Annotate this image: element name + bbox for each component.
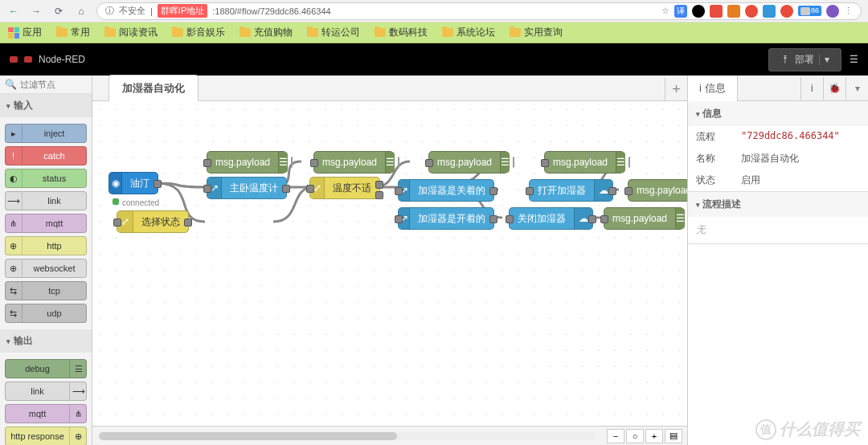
reload-button[interactable]: ⟳ (51, 4, 66, 18)
ext-icon-2[interactable] (710, 5, 723, 18)
deploy-icon: ⭱ (780, 54, 790, 65)
debug-bars-icon: ☰ (616, 152, 625, 173)
search-icon: 🔍 (5, 79, 17, 90)
palette-node-inject[interactable]: ▸inject (5, 124, 87, 143)
palette-node-udp[interactable]: ⇆udp (5, 304, 87, 323)
bookmark-folder-3[interactable]: 充值购物 (240, 26, 293, 39)
palette-node-http-response[interactable]: http response⊕ (5, 427, 87, 445)
bookmark-folder-2[interactable]: 影音娱乐 (172, 26, 225, 39)
home-button[interactable]: ⌂ (74, 4, 88, 18)
browser-toolbar: ← → ⟳ ⌂ ⓘ 不安全 | 群晖IP地址 :1880/#flow/729dd… (0, 0, 868, 22)
node-debug-5[interactable]: msg.payload☰ (628, 179, 687, 202)
node-debug-6[interactable]: msg.payload☰ (604, 207, 684, 230)
flow-tab-active[interactable]: 加湿器自动化 (108, 75, 199, 101)
address-bar[interactable]: ⓘ 不安全 | 群晖IP地址 :1880/#flow/729ddc86.4663… (96, 2, 862, 20)
forward-button[interactable]: → (29, 4, 43, 18)
palette-node-link-in[interactable]: ⟶link (5, 191, 87, 210)
http-icon: ⊕ (5, 237, 23, 255)
watermark: 值 什么值得买 (755, 418, 860, 440)
zoom-in-button[interactable]: + (645, 429, 663, 443)
info-flow-label: 流程 (696, 130, 741, 144)
websocket-icon: ⊕ (5, 259, 23, 277)
sidebar-section-info[interactable]: 信息 (688, 101, 868, 126)
zoom-out-button[interactable]: − (607, 429, 624, 443)
node-debug-2[interactable]: msg.payload☰ (313, 151, 394, 174)
sidebar-dropdown-button[interactable]: ▾ (845, 77, 868, 100)
ext-icon-1[interactable] (692, 5, 705, 18)
debug-bars-icon: ☰ (500, 152, 510, 173)
node-debug-3[interactable]: msg.payload☰ (428, 151, 509, 174)
status-dot (113, 198, 119, 205)
node-svc-off[interactable]: 关闭加湿器☁ (509, 207, 593, 230)
url-host-highlight: 群晖IP地址 (158, 4, 207, 18)
debug-icon: ☰ (69, 360, 87, 378)
status-text: connected (122, 198, 159, 207)
bookmark-folder-0[interactable]: 常用 (56, 26, 90, 39)
view-navigator-button[interactable]: ▤ (665, 429, 682, 443)
bookmark-folder-7[interactable]: 实用查询 (510, 26, 563, 39)
cloud-count-badge[interactable]: 86 (798, 6, 821, 16)
ext-icon-3[interactable] (727, 5, 740, 18)
sidebar-action-info[interactable]: i (800, 77, 823, 100)
debug-bars-icon: ☰ (675, 208, 685, 229)
info-name-value: 加湿器自动化 (741, 152, 860, 165)
ext-icon-4[interactable] (745, 5, 758, 18)
sidebar-desc-content: 无 (688, 217, 868, 243)
ext-icon-6[interactable] (780, 5, 793, 18)
status-icon: ◐ (5, 169, 23, 187)
browser-menu-icon[interactable]: ⋮ (844, 6, 853, 16)
node-debug-4[interactable]: msg.payload☰ (544, 151, 624, 174)
debug-bars-icon: ☰ (278, 152, 288, 173)
node-state-off[interactable]: ↗加湿器是关着的 (398, 179, 494, 202)
node-switch-humidity[interactable]: ⤢温度不适 (309, 177, 380, 199)
node-svc-on[interactable]: 打开加湿器☁ (529, 179, 613, 202)
debug-bars-icon: ☰ (385, 152, 395, 173)
info-icon: i (699, 82, 702, 94)
palette-node-mqtt-out[interactable]: mqtt⋔ (5, 404, 87, 423)
url-path: :1880/#flow/729ddc86.466344 (212, 6, 330, 16)
bookmark-folder-6[interactable]: 系统论坛 (442, 26, 495, 39)
bookmark-folder-4[interactable]: 转运公司 (307, 26, 360, 39)
palette-node-debug[interactable]: debug☰ (5, 359, 87, 378)
palette-node-link-out[interactable]: link⟶ (5, 382, 87, 401)
star-icon[interactable]: ☆ (661, 6, 669, 16)
flow-canvas[interactable]: ◉ 油汀 connected msg.payload☰ msg.payload☰… (92, 101, 687, 445)
back-button[interactable]: ← (6, 4, 21, 18)
sidebar-tab-info[interactable]: i信息 (688, 76, 738, 101)
node-poll-state[interactable]: ◉ 油汀 connected (108, 172, 158, 194)
sidebar-tabs: i信息 i 🐞 ▾ (688, 76, 868, 101)
node-state-on[interactable]: ↗加湿器是开着的 (398, 207, 494, 230)
deploy-button[interactable]: ⭱ 部署 ▾ (768, 48, 841, 71)
info-icon: ⓘ (105, 5, 114, 17)
canvas-scrollbar[interactable] (99, 432, 596, 440)
palette-node-mqtt-in[interactable]: ⋔mqtt (5, 214, 87, 233)
palette-node-websocket[interactable]: ⊕websocket (5, 259, 87, 278)
avatar-icon[interactable] (826, 5, 839, 18)
node-switch-select[interactable]: ⤢选择状态 (117, 210, 189, 233)
palette-node-http-in[interactable]: ⊕http (5, 236, 87, 255)
url-separator: | (150, 6, 153, 16)
add-flow-button[interactable]: + (665, 78, 687, 100)
sidebar-action-debug[interactable]: 🐞 (823, 77, 845, 100)
palette-cat-output[interactable]: 输出 (0, 329, 92, 353)
node-debug-1[interactable]: msg.payload☰ (207, 151, 287, 174)
palette-cat-input[interactable]: 输入 (0, 94, 92, 117)
link-in-icon: ⟶ (5, 192, 23, 210)
bookmark-apps[interactable]: 应用 (8, 26, 42, 39)
ext-icon-5[interactable] (763, 5, 776, 18)
canvas-footer: − ○ + ▤ (92, 426, 687, 445)
palette-search: 🔍 (0, 76, 92, 94)
zoom-reset-button[interactable]: ○ (626, 429, 644, 443)
bookmark-folder-1[interactable]: 阅读资讯 (104, 26, 158, 39)
palette-node-tcp[interactable]: ⇆tcp (5, 281, 87, 300)
info-status-label: 状态 (696, 174, 741, 187)
translate-icon[interactable]: 译 (674, 5, 687, 18)
httpresp-icon: ⊕ (69, 427, 87, 445)
sidebar-section-desc[interactable]: 流程描述 (688, 192, 868, 217)
main-menu-button[interactable]: ☰ (850, 54, 858, 65)
palette-node-catch[interactable]: !catch (5, 146, 87, 165)
palette-node-status[interactable]: ◐status (5, 169, 87, 188)
palette-filter-input[interactable] (20, 80, 84, 89)
bookmark-folder-5[interactable]: 数码科技 (375, 26, 428, 39)
node-sensor-temp[interactable]: ↗主卧温度计 (207, 177, 287, 199)
